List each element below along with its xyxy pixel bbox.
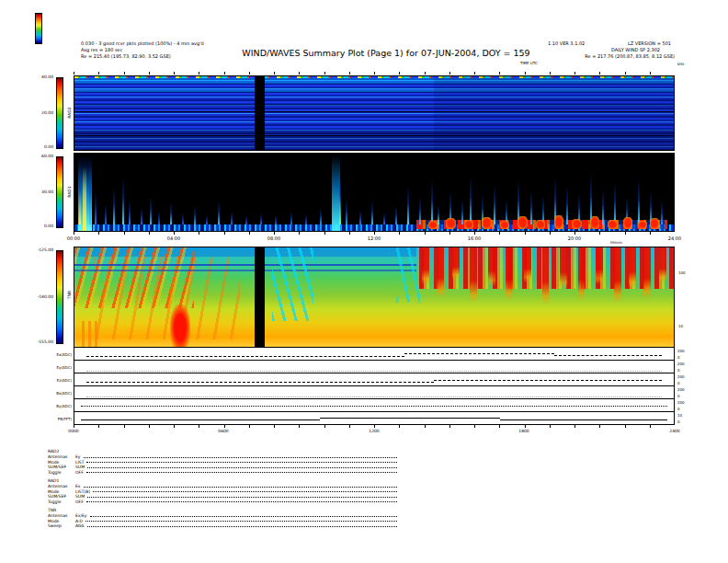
receiver-settings-legend: RAD2 Antennas Ey Mode LIST SUM/SEP SUM T… bbox=[48, 449, 397, 529]
rad1-cb-tick-min: 0.00 bbox=[28, 224, 53, 228]
rad1-burst-spike bbox=[206, 215, 208, 224]
rad1-spectrogram bbox=[74, 153, 675, 232]
trace bbox=[86, 356, 404, 357]
rad1-burst-spike bbox=[383, 213, 385, 224]
rad1-red-patch bbox=[590, 216, 599, 229]
rad1-bottom-ticks bbox=[74, 232, 675, 235]
rad1-burst-spike bbox=[614, 182, 616, 224]
tnr-red-column bbox=[422, 247, 429, 284]
dotted-leader bbox=[87, 467, 397, 468]
mini-rt-max: 200 bbox=[677, 387, 694, 392]
dotted-leader bbox=[93, 491, 397, 492]
mini-rt-min: 0 bbox=[677, 381, 694, 385]
mini-panel-ez bbox=[74, 373, 675, 386]
legend-key: SUM/SEP bbox=[48, 494, 75, 499]
tnr-orange-verticals bbox=[82, 321, 100, 347]
header-info-line3: Re = 215.40 (195.73, 82.90, 3.52 GSE) bbox=[81, 53, 171, 60]
rad1-red-patch bbox=[638, 221, 647, 229]
time-unit-hhmm: hhmm bbox=[610, 240, 622, 245]
tnr-red-blob bbox=[170, 304, 190, 347]
mini-rt-min: 0 bbox=[677, 394, 694, 398]
header-re-position: Re = 217.76 (200.87, 83.85, 8.12 GSE) bbox=[585, 53, 675, 60]
legend-value: AGIL bbox=[75, 523, 85, 528]
trace bbox=[434, 380, 662, 381]
rad1-red-patch bbox=[464, 220, 473, 229]
mini-rt-min: 0 bbox=[677, 407, 694, 411]
legend-row: Sweep AGIL bbox=[48, 523, 397, 529]
mini-rt-min: 0 bbox=[677, 419, 694, 424]
mini-label-by: By(ADC) bbox=[35, 404, 72, 408]
trace bbox=[86, 382, 434, 383]
rad2-cb-tick-max: 40.00 bbox=[28, 75, 53, 79]
header-lz-version: LZ VERSION = 501 bbox=[628, 40, 671, 47]
legend-value: Ey bbox=[75, 454, 81, 459]
rad1-burst-spike bbox=[359, 210, 361, 224]
rad1-red-patch bbox=[500, 221, 509, 229]
time-tick-2400: 24:00 bbox=[661, 236, 688, 241]
rad2-spectrogram bbox=[74, 75, 675, 151]
tnr-red-column bbox=[437, 247, 444, 298]
dotted-leader bbox=[86, 501, 397, 502]
rad1-burst-spike bbox=[602, 190, 604, 224]
rad1-panel-label: RAD1 bbox=[67, 178, 72, 206]
rad1-burst-spike bbox=[89, 167, 91, 224]
rad1-burst-spike bbox=[494, 184, 495, 224]
time-tick-0000: 00:00 bbox=[60, 236, 87, 241]
trace bbox=[554, 355, 662, 356]
header-version: 1.10 VER 3.1.02 bbox=[548, 40, 585, 47]
legend-key: Antennas bbox=[48, 454, 75, 459]
mini-rt-max: 200 bbox=[677, 374, 694, 379]
rad1-burst-spike bbox=[461, 199, 463, 224]
legend-value: LIST bbox=[75, 460, 84, 465]
bottom-tick-1800: 1800 bbox=[512, 429, 536, 433]
rad1-red-patch bbox=[518, 216, 527, 229]
header-daily-file: DAILY WIND SP 2,302 bbox=[611, 47, 660, 53]
tnr-red-column bbox=[560, 247, 567, 289]
rad1-burst-spike bbox=[305, 214, 307, 224]
time-axis-unit-label: TIME UTC bbox=[520, 61, 538, 65]
rad2-dark-right bbox=[434, 76, 674, 150]
header-info-line2: Avg res = 180 sec bbox=[81, 47, 122, 53]
rad2-data-gap bbox=[255, 76, 265, 150]
rad2-top-ticks bbox=[74, 72, 675, 75]
rad1-burst-spike bbox=[105, 204, 107, 224]
rad1-burst-spike bbox=[470, 177, 472, 224]
page-title: WIND/WAVES Summary Plot (Page 1) for 07-… bbox=[199, 48, 574, 58]
tnr-blue-line2 bbox=[74, 270, 416, 271]
tnr-red-column bbox=[659, 247, 666, 282]
legend-value: A-D bbox=[75, 519, 83, 523]
rad1-burst-spike bbox=[339, 171, 341, 224]
legend-value: SUM bbox=[75, 465, 85, 469]
rad1-burst-spike bbox=[141, 208, 142, 224]
rad1-burst-spike bbox=[530, 191, 532, 224]
tnr-red-column bbox=[629, 247, 636, 288]
mini-colorbar bbox=[35, 13, 42, 44]
trace bbox=[81, 406, 668, 407]
rad1-burst-spike bbox=[566, 186, 568, 224]
rad1-red-patch bbox=[428, 221, 438, 229]
legend-key: Mode bbox=[48, 489, 75, 494]
mini-rt-max: 200 bbox=[677, 349, 694, 353]
mini-label-ex: Ex(ADC) bbox=[35, 352, 72, 357]
rad1-burst-spike bbox=[218, 201, 220, 224]
legend-value: OFF bbox=[75, 500, 84, 504]
wind-waves-summary-plot: 0.030 - 3 good rcvr pkts plotted (100%) … bbox=[0, 0, 728, 563]
rad1-burst-spike bbox=[419, 197, 421, 224]
rad1-burst-spike bbox=[275, 215, 277, 224]
time-tick-1200: 12:00 bbox=[360, 236, 388, 241]
mini-panel-pb bbox=[74, 412, 675, 425]
tnr-red-column bbox=[643, 247, 651, 299]
rad1-burst-spike bbox=[129, 201, 131, 224]
dotted-leader bbox=[85, 521, 397, 522]
mini-rt-min: 0 bbox=[677, 355, 694, 360]
tnr-spectrogram bbox=[74, 247, 675, 348]
trace bbox=[404, 353, 554, 354]
legend-key: Mode bbox=[48, 519, 75, 523]
legend-key: Sweep bbox=[48, 523, 75, 528]
rad1-burst-spike bbox=[158, 212, 160, 224]
dotted-leader bbox=[84, 487, 397, 488]
rad1-red-patch bbox=[482, 217, 491, 229]
tnr-red-column bbox=[614, 247, 621, 303]
mini-rt-max: 200 bbox=[677, 362, 694, 366]
time-tick-1600: 16:00 bbox=[461, 236, 488, 241]
